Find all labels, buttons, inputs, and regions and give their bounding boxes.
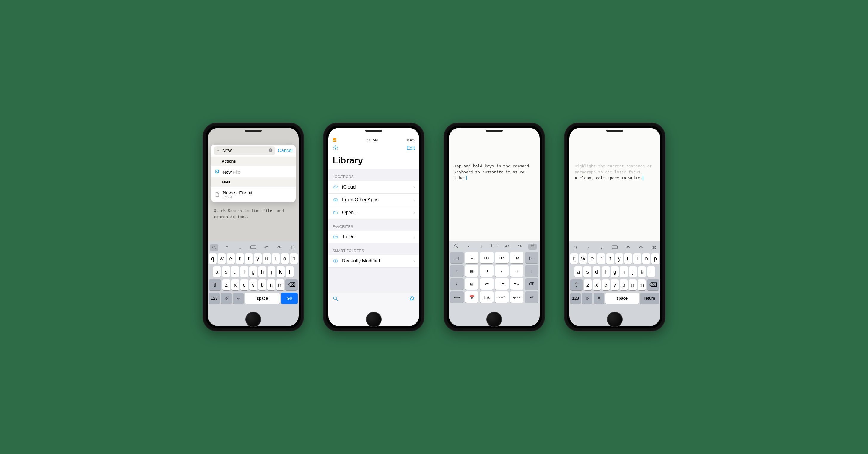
key-d[interactable]: d — [593, 266, 600, 277]
key-i[interactable]: i — [633, 253, 641, 264]
key-j[interactable]: j — [629, 266, 637, 277]
cmd-key-list-indent[interactable]: ≡→ — [510, 278, 524, 290]
result-newest-file[interactable]: Newest File.txt iCloud — [211, 187, 296, 202]
key-n[interactable]: n — [267, 279, 275, 290]
key-j[interactable]: j — [268, 266, 275, 277]
key-d[interactable]: d — [231, 266, 239, 277]
compose-icon[interactable] — [409, 296, 415, 303]
prev-icon[interactable]: ‹ — [465, 244, 473, 250]
cmd-key-indent-right[interactable]: →| — [450, 252, 464, 263]
cmd-key-calendar[interactable]: 📅 — [465, 292, 478, 303]
key-c[interactable]: c — [240, 279, 248, 290]
cmd-key-link[interactable]: link — [480, 292, 493, 303]
key-m[interactable]: m — [276, 279, 284, 290]
cmd-key-table[interactable]: ⊞ — [465, 278, 478, 290]
home-button[interactable] — [607, 312, 622, 327]
keyboard-icon[interactable] — [249, 244, 257, 251]
space-key[interactable]: space — [245, 293, 280, 304]
cmd-key-H3[interactable]: H3 — [510, 252, 524, 263]
undo-icon[interactable]: ↶ — [262, 244, 271, 251]
redo-icon[interactable]: ↷ — [516, 244, 524, 250]
redo-icon[interactable]: ↷ — [275, 244, 283, 251]
down-icon[interactable]: ⌄ — [236, 244, 244, 251]
key-o[interactable]: o — [281, 253, 289, 264]
key-x[interactable]: x — [231, 279, 239, 290]
key-u[interactable]: u — [624, 253, 632, 264]
key-m[interactable]: m — [638, 279, 646, 290]
edit-button[interactable]: Edit — [407, 146, 415, 151]
shift-key[interactable]: ⇧ — [570, 279, 583, 290]
clear-icon[interactable] — [268, 148, 273, 154]
key-q[interactable]: q — [209, 253, 217, 264]
key-x[interactable]: x — [593, 279, 601, 290]
search-icon[interactable] — [333, 296, 339, 303]
command-icon[interactable]: ⌘ — [528, 244, 537, 250]
cmd-key-B[interactable]: B — [480, 265, 493, 276]
undo-icon[interactable]: ↶ — [624, 244, 632, 251]
key-k[interactable]: k — [277, 266, 284, 277]
key-p[interactable]: p — [651, 253, 659, 264]
cancel-button[interactable]: Cancel — [278, 148, 292, 153]
key-r[interactable]: r — [236, 253, 244, 264]
cmd-key-arrow-up[interactable]: ↑ — [450, 265, 464, 276]
key-z[interactable]: z — [222, 279, 230, 290]
key-o[interactable]: o — [643, 253, 650, 264]
prev-icon[interactable]: ‹ — [585, 244, 593, 251]
search-field[interactable] — [214, 147, 275, 155]
key-b[interactable]: b — [620, 279, 628, 290]
backspace-key[interactable]: ⌫ — [647, 279, 659, 290]
search-tool-icon[interactable] — [571, 244, 580, 251]
key-a[interactable]: a — [213, 266, 221, 277]
return-key[interactable]: return — [640, 293, 659, 304]
key-v[interactable]: v — [611, 279, 619, 290]
cmd-key-I[interactable]: I — [495, 265, 508, 276]
search-tool-icon[interactable] — [210, 244, 218, 251]
numbers-key[interactable]: 123 — [570, 293, 581, 304]
cell-icloud[interactable]: iCloud › — [329, 181, 419, 193]
backspace-key[interactable]: ⌫ — [285, 279, 298, 290]
key-v[interactable]: v — [249, 279, 257, 290]
cmd-key-tab-stops[interactable]: ⇤⇥ — [450, 292, 464, 303]
cell-from-other-apps[interactable]: From Other Apps › — [329, 193, 419, 206]
gear-icon[interactable] — [333, 145, 339, 152]
search-input[interactable] — [222, 148, 267, 153]
key-n[interactable]: n — [629, 279, 637, 290]
command-icon[interactable]: ⌘ — [650, 244, 658, 251]
home-button[interactable] — [246, 312, 261, 327]
key-f[interactable]: f — [601, 266, 610, 277]
numbers-key[interactable]: 123 — [209, 293, 220, 304]
key-h[interactable]: h — [258, 266, 266, 277]
cell-todo[interactable]: To Do › — [329, 231, 419, 243]
key-r[interactable]: r — [597, 253, 605, 264]
key-h[interactable]: h — [620, 266, 628, 277]
keyboard-icon[interactable] — [490, 244, 498, 250]
next-icon[interactable]: › — [477, 244, 486, 250]
emoji-key[interactable]: ☺ — [221, 293, 231, 304]
key-p[interactable]: p — [290, 253, 298, 264]
key-t[interactable]: t — [245, 253, 253, 264]
key-f[interactable]: f — [240, 266, 248, 277]
emoji-key[interactable]: ☺ — [582, 293, 592, 304]
keyboard-icon[interactable] — [611, 244, 619, 251]
cmd-key-S[interactable]: S — [510, 265, 524, 276]
cmd-key-arrow-down[interactable]: ↓ — [525, 265, 538, 276]
key-g[interactable]: g — [249, 266, 257, 277]
up-icon[interactable]: ⌃ — [223, 244, 231, 251]
mic-key[interactable] — [594, 293, 604, 304]
key-k[interactable]: k — [638, 266, 646, 277]
next-icon[interactable]: › — [597, 244, 606, 251]
redo-icon[interactable]: ↷ — [637, 244, 645, 251]
key-g[interactable]: g — [611, 266, 619, 277]
cmd-key-list-ul[interactable]: •≡ — [480, 278, 493, 290]
cmd-key-list-ol[interactable]: 1≡ — [495, 278, 508, 290]
cmd-key-footn[interactable]: footⁿ — [495, 292, 508, 303]
command-icon[interactable]: ⌘ — [288, 244, 297, 251]
undo-icon[interactable]: ↶ — [503, 244, 511, 250]
cmd-key-H2[interactable]: H2 — [495, 252, 508, 263]
cell-recently-modified[interactable]: Recently Modified › — [329, 255, 419, 268]
key-y[interactable]: y — [615, 253, 623, 264]
key-a[interactable]: a — [575, 266, 582, 277]
space-key[interactable]: space — [605, 293, 639, 304]
cmd-key-space[interactable]: space — [510, 292, 524, 303]
key-i[interactable]: i — [272, 253, 279, 264]
